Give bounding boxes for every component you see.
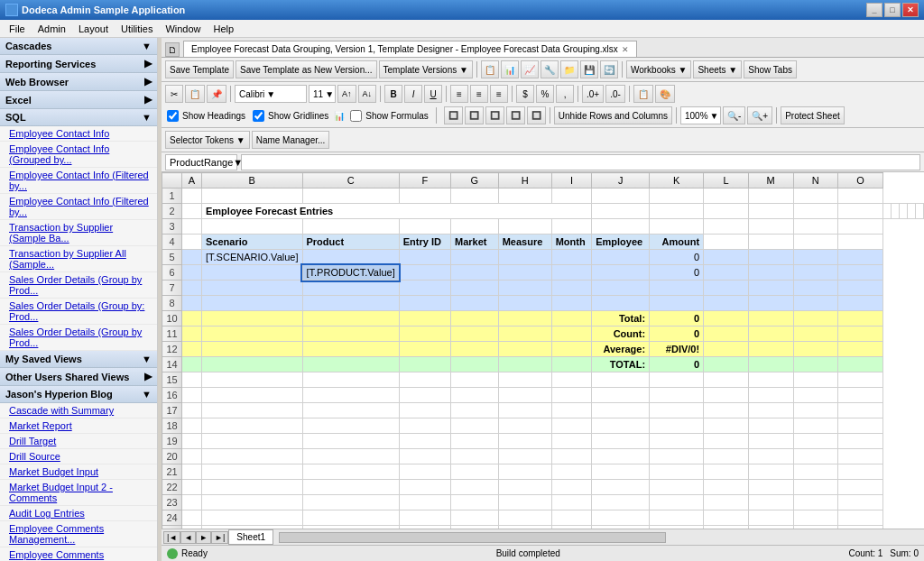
cell-B14[interactable]	[202, 357, 303, 372]
cell-J12[interactable]: Average:	[592, 342, 650, 357]
cell-G10[interactable]	[450, 311, 498, 326]
cell-M8[interactable]	[748, 296, 793, 311]
bold-btn[interactable]: B	[384, 85, 402, 103]
cell-L11[interactable]	[704, 326, 749, 342]
cell-M16[interactable]	[748, 388, 793, 403]
italic-btn[interactable]: I	[404, 85, 422, 103]
cell-C11[interactable]	[302, 326, 399, 342]
cell-L6[interactable]	[704, 265, 749, 280]
cell-F10[interactable]	[399, 311, 450, 326]
font-shrink-btn[interactable]: A↓	[358, 85, 377, 103]
cell-B20[interactable]	[202, 449, 303, 464]
cell-F11[interactable]	[399, 326, 450, 342]
cell-K4[interactable]: Amount	[650, 235, 704, 250]
sidebar-item-employee-contact[interactable]: Employee Contact Info	[0, 126, 157, 142]
cell-G20[interactable]	[450, 449, 498, 464]
cell-I8[interactable]	[551, 296, 592, 311]
cell-O7[interactable]	[838, 280, 883, 296]
cell-K17[interactable]	[650, 403, 704, 418]
cell-I4[interactable]: Month	[551, 235, 592, 250]
cell-B19[interactable]	[202, 434, 303, 449]
cell-M7[interactable]	[748, 280, 793, 296]
cell-O18[interactable]	[838, 418, 883, 434]
selector-tokens-btn[interactable]: Selector Tokens ▼	[165, 131, 250, 149]
format-icon4[interactable]: 🔲	[506, 106, 525, 124]
cell-C21[interactable]	[302, 464, 399, 480]
align-left-btn[interactable]: ≡	[450, 85, 468, 103]
cell-H12[interactable]	[498, 342, 551, 357]
cell-K6[interactable]: 0	[650, 265, 704, 280]
cell-H11[interactable]	[498, 326, 551, 342]
cell-B10[interactable]	[202, 311, 303, 326]
cell-C17[interactable]	[302, 403, 399, 418]
font-grow-btn[interactable]: A↑	[337, 85, 356, 103]
sidebar-item-market-budget[interactable]: Market Budget Input	[0, 464, 157, 480]
cell-A22[interactable]	[182, 480, 202, 495]
cell-G18[interactable]	[450, 418, 498, 434]
cell-H18[interactable]	[498, 418, 551, 434]
col-header-L[interactable]: L	[704, 173, 749, 189]
cell-G16[interactable]	[450, 388, 498, 403]
cell-C4[interactable]: Product	[302, 235, 399, 250]
cell-F17[interactable]	[399, 403, 450, 418]
cell-K22[interactable]	[650, 480, 704, 495]
cell-K19[interactable]	[650, 434, 704, 449]
cell-B3[interactable]	[202, 219, 303, 235]
zoom-in-btn[interactable]: 🔍+	[747, 106, 772, 124]
cell-M3[interactable]	[748, 219, 793, 235]
cell-J18[interactable]	[592, 418, 650, 434]
cell-A8[interactable]	[182, 296, 202, 311]
cell-N10[interactable]	[793, 311, 838, 326]
cell-L24[interactable]	[704, 510, 749, 526]
minimize-button[interactable]: _	[866, 3, 882, 17]
cell-I14[interactable]	[551, 357, 592, 372]
cell-N18[interactable]	[793, 418, 838, 434]
col-header-F[interactable]: F	[399, 173, 450, 189]
sidebar-item-market-report[interactable]: Market Report	[0, 418, 157, 434]
cell-L10[interactable]	[704, 311, 749, 326]
cell-J24[interactable]	[592, 510, 650, 526]
cell-L4[interactable]	[704, 235, 749, 250]
cell-L18[interactable]	[704, 418, 749, 434]
cell-I16[interactable]	[551, 388, 592, 403]
align-right-btn[interactable]: ≡	[490, 85, 508, 103]
cell-N20[interactable]	[793, 449, 838, 464]
icon-btn-7[interactable]: 🔄	[600, 60, 618, 78]
cell-K20[interactable]	[650, 449, 704, 464]
cell-J7[interactable]	[592, 280, 650, 296]
cell-G23[interactable]	[450, 495, 498, 510]
cell-I19[interactable]	[551, 434, 592, 449]
cell-K24[interactable]	[650, 510, 704, 526]
cell-C6[interactable]: [T.PRODUCT.Value]	[302, 265, 399, 280]
cell-K3[interactable]	[650, 219, 704, 235]
cell-J22[interactable]	[592, 480, 650, 495]
cell-O6[interactable]	[838, 265, 883, 280]
sidebar-item-emp-comments-mgmt1[interactable]: Employee Comments Management...	[0, 521, 157, 547]
cell-I5[interactable]	[551, 250, 592, 265]
cell-G3[interactable]	[450, 219, 498, 235]
close-button[interactable]: ✕	[902, 3, 919, 17]
cell-J6[interactable]	[592, 265, 650, 280]
cell-G15[interactable]	[450, 372, 498, 388]
cell-C8[interactable]	[302, 296, 399, 311]
cell-I18[interactable]	[551, 418, 592, 434]
sheet-nav-last[interactable]: ►|	[211, 531, 228, 544]
cell-H23[interactable]	[498, 495, 551, 510]
cell-M4[interactable]	[748, 235, 793, 250]
cell-M15[interactable]	[748, 372, 793, 388]
sidebar-item-employee-contact-filtered1[interactable]: Employee Contact Info (Filtered by...	[0, 168, 157, 194]
cell-O12[interactable]	[838, 342, 883, 357]
cell-B17[interactable]	[202, 403, 303, 418]
cell-G1[interactable]	[450, 189, 498, 204]
sidebar-item-drill-target[interactable]: Drill Target	[0, 434, 157, 449]
cell-F1[interactable]	[399, 189, 450, 204]
cell-J8[interactable]	[592, 296, 650, 311]
cell-A21[interactable]	[182, 464, 202, 480]
cell-H1[interactable]	[498, 189, 551, 204]
cell-A19[interactable]	[182, 434, 202, 449]
cell-G4[interactable]: Market	[450, 235, 498, 250]
formula-input[interactable]	[241, 154, 920, 170]
sidebar-item-employee-contact-grouped[interactable]: Employee Contact Info (Grouped by...	[0, 142, 157, 168]
cell-F23[interactable]	[399, 495, 450, 510]
cell-M20[interactable]	[748, 449, 793, 464]
